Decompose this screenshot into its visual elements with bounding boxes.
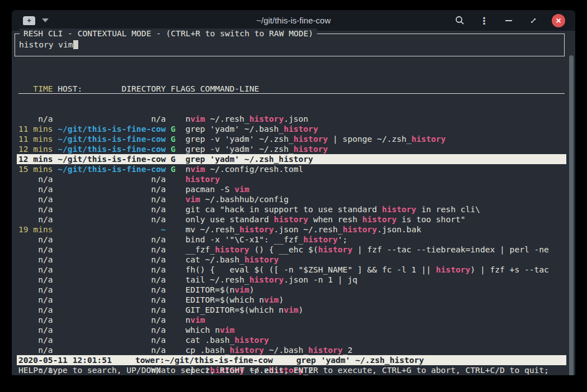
row-flags: G	[171, 124, 176, 134]
row-flags: G	[171, 134, 176, 144]
history-row[interactable]: n/an/atail ~/.resh_history.json -n 1 | j…	[18, 275, 565, 285]
history-row[interactable]: 12 mins~/git/this-is-fine-cowGgrep -v 'y…	[18, 144, 565, 154]
chevron-down-icon[interactable]	[42, 18, 49, 22]
row-command: EDITOR=$(which nvim)	[186, 295, 284, 304]
close-button[interactable]	[552, 14, 565, 27]
history-row[interactable]: n/an/avim ~/.bashhub/config	[18, 194, 565, 204]
row-directory: n/a	[58, 325, 165, 335]
help-line: HELP: type to search, UP/DOWN to select,…	[18, 365, 566, 375]
row-command: git ca "hack in support to use standard …	[186, 204, 480, 214]
row-directory: ~/git/this-is-fine-cow	[58, 164, 165, 174]
row-directory: n/a	[58, 174, 165, 184]
row-flags: G	[171, 144, 176, 154]
history-row[interactable]: n/an/aGIT_EDITOR=$(which nvim)	[18, 305, 565, 315]
plus-icon: +	[27, 17, 31, 24]
row-directory: n/a	[58, 265, 165, 275]
history-row[interactable]: n/an/anvim ~/.resh_history.json	[18, 114, 565, 124]
row-directory: n/a	[58, 345, 165, 355]
row-time: 12 mins	[18, 154, 53, 164]
new-tab-button[interactable]: +	[23, 16, 35, 25]
row-time: n/a	[18, 174, 53, 184]
row-directory: n/a	[58, 204, 165, 214]
row-directory: ~/git/this-is-fine-cow	[58, 134, 165, 144]
row-time: 15 mins	[18, 164, 53, 174]
row-command: tail ~/.resh_history.json -n 1 | jq	[186, 275, 358, 284]
row-time: n/a	[18, 265, 53, 275]
row-directory: ~/git/this-is-fine-cow	[58, 154, 165, 164]
row-directory: n/a	[58, 285, 165, 295]
row-time: n/a	[18, 204, 53, 214]
row-command: cat .bash_history	[186, 335, 269, 345]
row-time: n/a	[18, 194, 53, 204]
row-command: mv ~/.resh_history.json ~/.resh_history.…	[186, 224, 422, 234]
row-time: n/a	[18, 245, 53, 255]
row-directory: n/a	[58, 184, 165, 194]
row-command: grep 'yadm' ~/.zsh_history	[186, 154, 313, 164]
titlebar: + ~/git/this-is-fine-cow ⋮	[12, 10, 575, 31]
history-row[interactable]: n/an/afh() { eval $( ([ -n "$ZSH_NAME" ]…	[18, 265, 565, 275]
row-directory: n/a	[58, 335, 165, 345]
column-directory: DIRECTORY	[121, 84, 165, 94]
resh-mode-label: RESH CLI - CONTEXTUAL MODE - (CTRL+R to …	[20, 28, 317, 39]
row-time: n/a	[18, 315, 53, 325]
resh-search-box: RESH CLI - CONTEXTUAL MODE - (CTRL+R to …	[15, 34, 565, 56]
minimize-button[interactable]	[503, 15, 515, 27]
row-directory: ~	[58, 224, 165, 235]
history-row[interactable]: n/an/aEDITOR=$(which nvim)	[18, 295, 565, 305]
row-command: EDITOR=$(nvim)	[186, 285, 254, 294]
history-row[interactable]: 19 mins~mv ~/.resh_history.json ~/.resh_…	[18, 224, 565, 235]
row-directory: n/a	[58, 295, 165, 305]
text-cursor	[73, 40, 78, 49]
status-command: grep 'yadm' ~/.zsh_history	[296, 355, 424, 365]
search-icon[interactable]	[453, 15, 466, 27]
history-row[interactable]: n/an/anvim	[18, 315, 565, 325]
row-time: 11 mins	[18, 124, 53, 134]
history-row[interactable]: n/an/acat .bash_history	[18, 335, 565, 345]
history-row[interactable]: n/an/agit ca "hack in support to use sta…	[18, 204, 565, 214]
row-directory: n/a	[58, 214, 165, 224]
history-row[interactable]: n/an/acp .bash_history ~/.bash_history_2	[18, 345, 565, 355]
scrollbar-thumb[interactable]	[569, 55, 574, 375]
history-row[interactable]: 15 mins~/git/this-is-fine-cowGnvim ~/.co…	[18, 164, 565, 174]
row-command: GIT_EDITOR=$(which nvim)	[186, 305, 304, 314]
history-row[interactable]: n/an/awhich nvim	[18, 325, 565, 335]
row-time: 19 mins	[18, 224, 53, 235]
row-command: fh() { eval $( ([ -n "$ZSH_NAME" ] && fc…	[186, 265, 549, 274]
history-row[interactable]: 11 mins~/git/this-is-fine-cowGgrep 'yadm…	[18, 124, 565, 134]
row-time: 11 mins	[18, 134, 53, 144]
row-command: only use standard history when resh hist…	[186, 214, 466, 224]
search-input[interactable]: history vim	[19, 40, 78, 50]
row-command: which nvim	[186, 325, 235, 334]
menu-kebab-icon[interactable]: ⋮	[478, 15, 490, 27]
row-command: grep -v 'yadm' ~/.zsh_history | sponge ~…	[186, 134, 446, 144]
history-row[interactable]: 11 mins~/git/this-is-fine-cowGgrep -v 'y…	[18, 134, 565, 144]
row-directory: n/a	[58, 255, 165, 265]
history-row[interactable]: n/an/aonly use standard history when res…	[18, 214, 565, 224]
row-time: n/a	[18, 305, 53, 315]
row-command: grep 'yadm' ~/.bash_history	[186, 124, 318, 133]
status-host-directory: tower:~/git/this-is-fine-cow	[135, 355, 273, 365]
restore-button[interactable]	[527, 15, 539, 27]
row-time: n/a	[18, 235, 53, 245]
history-row[interactable]: n/an/a__fzf_history () { __ehc $(history…	[18, 245, 565, 255]
row-directory: ~/git/this-is-fine-cow	[58, 144, 165, 154]
column-flags-command: FLAGS COMMAND-LINE	[171, 84, 259, 93]
history-rows: n/an/anvim ~/.resh_history.json11 mins~/…	[18, 114, 565, 375]
row-time: n/a	[18, 214, 53, 224]
row-directory: n/a	[58, 315, 165, 325]
history-row[interactable]: n/an/ahistory	[18, 174, 565, 184]
row-time: n/a	[18, 295, 53, 305]
history-row[interactable]: n/an/apacman -S vim	[18, 184, 565, 194]
row-command: grep -v 'yadm' ~/.zsh_history	[186, 144, 328, 154]
history-row[interactable]: n/an/aEDITOR=$(nvim)	[18, 285, 565, 295]
row-time: n/a	[18, 335, 53, 345]
table-header: TIMEHOST:DIRECTORYFLAGS COMMAND-LINE	[18, 84, 565, 94]
history-row[interactable]: n/an/abind -x '"\C-x1": __fzf_history';	[18, 235, 565, 245]
column-time: TIME	[18, 84, 53, 94]
row-time: 12 mins	[18, 144, 53, 154]
history-row-selected[interactable]: 12 mins~/git/this-is-fine-cowGgrep 'yadm…	[17, 154, 566, 164]
status-timestamp: 2020-05-11 12:01:51	[18, 355, 112, 365]
column-host: HOST:	[58, 84, 82, 94]
row-command: cp .bash_history ~/.bash_history_2	[186, 345, 353, 355]
history-row[interactable]: n/an/acat ~/.bash_history	[18, 255, 565, 265]
